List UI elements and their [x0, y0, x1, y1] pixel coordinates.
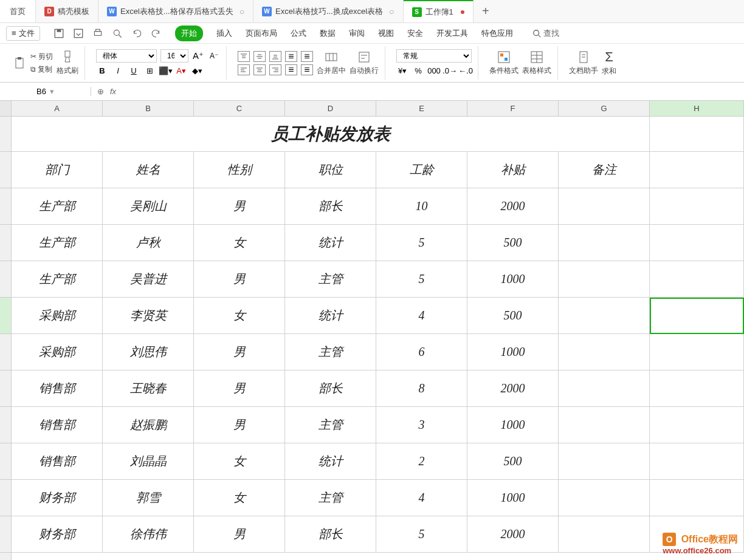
data-cell[interactable]: [559, 480, 650, 516]
tab-workbook[interactable]: S 工作簿1: [404, 0, 474, 22]
data-cell[interactable]: 采购部: [12, 334, 103, 370]
data-cell[interactable]: 徐伟伟: [103, 516, 194, 553]
close-icon[interactable]: ○: [239, 7, 244, 16]
data-cell[interactable]: 统计: [285, 443, 376, 480]
data-cell[interactable]: 5: [376, 261, 467, 298]
col-header-A[interactable]: A: [12, 101, 103, 116]
data-cell[interactable]: 500: [467, 443, 559, 480]
row-header-11[interactable]: [0, 480, 11, 516]
data-cell[interactable]: 生产部: [12, 225, 103, 261]
fill-color-button[interactable]: ⬛▾: [159, 65, 171, 77]
data-cell[interactable]: 男: [194, 334, 285, 370]
menu-special[interactable]: 特色应用: [481, 28, 513, 39]
header-cell[interactable]: 性别: [194, 152, 285, 188]
data-cell[interactable]: 赵振鹏: [103, 407, 194, 443]
data-cell[interactable]: 2: [376, 443, 467, 480]
menu-view[interactable]: 视图: [378, 28, 394, 39]
data-cell[interactable]: 500: [467, 298, 559, 334]
data-cell[interactable]: 4: [376, 298, 467, 334]
close-icon[interactable]: ○: [389, 7, 394, 16]
data-cell[interactable]: [650, 334, 744, 370]
title-cell[interactable]: 员工补贴发放表: [12, 117, 650, 152]
data-cell[interactable]: 财务部: [12, 516, 103, 553]
menu-security[interactable]: 安全: [407, 28, 423, 39]
print-preview-icon[interactable]: [112, 28, 123, 39]
data-cell[interactable]: 男: [194, 188, 285, 225]
data-cell[interactable]: [559, 443, 650, 480]
data-cell[interactable]: 刘晶晶: [103, 443, 194, 480]
data-cell[interactable]: 男: [194, 370, 285, 407]
copy-button[interactable]: ⧉复制: [30, 64, 53, 75]
tab-home[interactable]: 首页: [0, 0, 36, 22]
data-cell[interactable]: 刘思伟: [103, 334, 194, 370]
data-cell[interactable]: 女: [194, 443, 285, 480]
col-header-C[interactable]: C: [194, 101, 285, 116]
undo-icon[interactable]: [131, 28, 142, 39]
data-cell[interactable]: [650, 298, 744, 334]
align-center-button[interactable]: [253, 64, 266, 75]
font-size-select[interactable]: 16: [160, 49, 188, 63]
align-distribute-button[interactable]: ≡: [301, 64, 313, 75]
data-cell[interactable]: 郭雪: [103, 480, 194, 516]
row-header-5[interactable]: [0, 261, 11, 298]
col-header-F[interactable]: F: [467, 101, 559, 116]
fx-icon[interactable]: fx: [110, 87, 116, 96]
data-cell[interactable]: 5: [376, 516, 467, 553]
menu-dev[interactable]: 开发工具: [436, 28, 468, 39]
font-color-button[interactable]: A▾: [175, 65, 187, 77]
comma-button[interactable]: 000: [428, 65, 440, 77]
data-cell[interactable]: 5: [376, 225, 467, 261]
merge-button[interactable]: 合并居中: [317, 50, 346, 76]
data-cell[interactable]: 销售部: [12, 370, 103, 407]
print-icon[interactable]: [92, 28, 103, 39]
cell[interactable]: [650, 152, 744, 188]
font-name-select[interactable]: 楷体: [96, 49, 157, 63]
border-button[interactable]: ⊞: [143, 65, 156, 77]
data-cell[interactable]: 1000: [467, 334, 559, 370]
tab-doc-3[interactable]: W Excel表格技巧...换成excel表格 ○: [253, 0, 403, 22]
row-header-9[interactable]: [0, 407, 11, 443]
row-header-1[interactable]: [0, 117, 11, 152]
data-cell[interactable]: 主管: [285, 261, 376, 298]
data-cell[interactable]: [559, 370, 650, 407]
data-cell[interactable]: 采购部: [12, 298, 103, 334]
increase-font-button[interactable]: A⁺: [192, 50, 204, 62]
data-cell[interactable]: 女: [194, 298, 285, 334]
data-cell[interactable]: 财务部: [12, 480, 103, 516]
italic-button[interactable]: I: [112, 65, 124, 77]
row-header-12[interactable]: [0, 516, 11, 553]
decrease-font-button[interactable]: A⁻: [208, 50, 220, 62]
tab-add-button[interactable]: +: [474, 4, 498, 18]
align-left-button[interactable]: [238, 64, 250, 75]
row-header-6[interactable]: [0, 298, 11, 334]
data-cell[interactable]: [559, 261, 650, 298]
align-middle-button[interactable]: [253, 51, 266, 62]
data-cell[interactable]: [650, 261, 744, 298]
percent-button[interactable]: %: [412, 65, 424, 77]
data-cell[interactable]: 500: [467, 225, 559, 261]
header-cell[interactable]: 工龄: [376, 152, 467, 188]
format-painter-button[interactable]: 格式刷: [57, 50, 78, 76]
data-cell[interactable]: 部长: [285, 188, 376, 225]
data-cell[interactable]: [650, 407, 744, 443]
header-cell[interactable]: 备注: [559, 152, 650, 188]
cells-area[interactable]: 员工补贴发放表部门姓名性别职位工龄补贴备注生产部吴刚山男部长102000生产部卢…: [12, 117, 744, 560]
doc-help-button[interactable]: 文档助手: [569, 50, 598, 76]
data-cell[interactable]: 主管: [285, 407, 376, 443]
bold-button[interactable]: B: [96, 65, 108, 77]
save-icon[interactable]: [53, 28, 64, 39]
increase-decimal-button[interactable]: .0→: [444, 65, 456, 77]
paste-button[interactable]: [12, 56, 27, 70]
highlight-button[interactable]: ◆▾: [191, 65, 203, 77]
data-cell[interactable]: 统计: [285, 225, 376, 261]
row-header-2[interactable]: [0, 152, 11, 188]
col-header-D[interactable]: D: [285, 101, 376, 116]
align-justify-button[interactable]: ≡: [285, 64, 297, 75]
table-format-button[interactable]: 表格样式: [522, 50, 551, 76]
sum-button[interactable]: Σ 求和: [602, 49, 616, 77]
header-cell[interactable]: 补贴: [467, 152, 559, 188]
col-header-E[interactable]: E: [376, 101, 467, 116]
number-format-select[interactable]: 常规: [396, 49, 472, 63]
data-cell[interactable]: 统计: [285, 298, 376, 334]
name-box[interactable]: B6 ▾: [0, 87, 91, 96]
